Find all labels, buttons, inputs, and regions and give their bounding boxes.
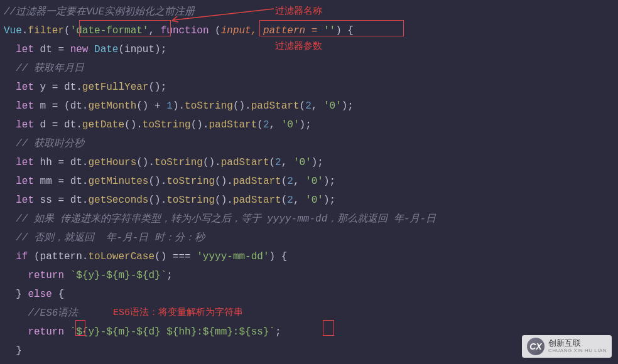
token: =	[305, 25, 323, 36]
token: 2	[275, 157, 281, 168]
token: ,	[293, 195, 305, 206]
token: ;	[275, 326, 281, 338]
token: );	[342, 100, 354, 112]
token: 'yyyy-mm-dd'	[197, 251, 269, 262]
token: toString	[166, 195, 215, 206]
token: ().	[215, 195, 233, 206]
comment: //ES6语法	[28, 308, 78, 319]
token: padStart	[209, 119, 257, 131]
token: (pattern.	[28, 251, 88, 262]
token: ) {	[269, 251, 287, 262]
token: padStart	[233, 176, 281, 187]
token: ,	[269, 119, 281, 131]
annotation-filter-name: 过滤器名称	[275, 3, 322, 21]
code-line-9: let hh = dt.getHours().toString().padSta…	[0, 153, 618, 172]
token: getSeconds	[88, 195, 148, 206]
token: }	[16, 289, 28, 300]
token: mm = dt.	[34, 176, 88, 187]
code-line-13: // 否则，就返回 年-月-日 时：分：秒	[0, 228, 618, 247]
token: getHours	[88, 157, 136, 168]
code-line-17: //ES6语法	[0, 304, 618, 323]
token: (	[257, 119, 263, 131]
code-line-15: return `${y}-${m}-${d}`;	[0, 266, 618, 285]
token: function	[161, 25, 209, 36]
token: m = (dt.	[34, 100, 88, 112]
token: getFullYear	[82, 82, 149, 93]
token: ).	[173, 100, 185, 112]
svg-line-0	[173, 9, 274, 20]
token: input	[221, 25, 251, 36]
code-line-4: // 获取年月日	[0, 59, 618, 78]
token: getMonth	[88, 100, 136, 112]
token: hh = dt.	[34, 157, 88, 168]
token: padStart	[221, 157, 269, 168]
watermark-logo-icon: CX	[527, 338, 545, 355]
token: `${y}-${m}-${d}`	[64, 270, 166, 281]
code-line-12: // 如果 传递进来的字符串类型，转为小写之后，等于 yyyy-mm-dd，那么…	[0, 210, 618, 228]
token: ().	[136, 157, 154, 168]
token: return	[28, 270, 64, 281]
token: if	[16, 251, 28, 262]
token: toString	[166, 176, 215, 187]
token: (input);	[118, 44, 166, 55]
token: ,	[312, 100, 323, 112]
token: () +	[136, 100, 166, 112]
token: {	[52, 289, 64, 300]
token: (	[281, 176, 288, 187]
token: '0'	[323, 100, 342, 112]
code-line-6: let m = (dt.getMonth() + 1).toString().p…	[0, 97, 618, 115]
token: );	[300, 119, 312, 131]
token: (	[269, 157, 276, 168]
token: ().	[124, 119, 143, 131]
token: toLowerCase	[88, 251, 154, 262]
token: (	[209, 25, 220, 36]
token: let	[16, 119, 34, 131]
token: }	[16, 345, 22, 356]
watermark: CX 创新互联 CHUANG XIN HU LIAN	[522, 335, 612, 358]
token: ().	[191, 119, 209, 131]
token: '0'	[293, 157, 312, 168]
code-line-10: let mm = dt.getMinutes().toString().padS…	[0, 172, 618, 191]
token: );	[312, 157, 323, 168]
token: dt =	[34, 44, 70, 55]
token: (	[300, 100, 306, 112]
token: '0'	[305, 195, 323, 206]
token: padStart	[233, 195, 281, 206]
token: ,	[293, 176, 305, 187]
token: Vue	[4, 25, 22, 36]
token: () ===	[154, 251, 197, 262]
code-line-7: let d = dt.getDate().toString().padStart…	[0, 115, 618, 134]
token: ,	[251, 25, 263, 36]
comment: // 获取年月日	[16, 63, 84, 74]
token: '0'	[281, 119, 300, 131]
token: ().	[215, 176, 233, 187]
token: new	[70, 44, 89, 55]
token: 2	[287, 176, 293, 187]
comment: //过滤器一定要在VUE实例初始化之前注册	[4, 6, 195, 18]
token: let	[16, 82, 34, 93]
token: (	[281, 195, 288, 206]
token: 2	[287, 195, 293, 206]
code-line-16: } else {	[0, 285, 618, 304]
watermark-en: CHUANG XIN HU LIAN	[548, 348, 607, 354]
code-line-5: let y = dt.getFullYear();	[0, 78, 618, 97]
token: d = dt.	[34, 119, 82, 131]
token: ss = dt.	[34, 195, 88, 206]
token: filter	[28, 25, 64, 36]
token: toString	[154, 157, 203, 168]
token: toString	[185, 100, 233, 112]
code-line-8: // 获取时分秒	[0, 134, 618, 153]
token: '0'	[305, 176, 323, 187]
token: ().	[148, 176, 166, 187]
code-line-14: if (pattern.toLowerCase() === 'yyyy-mm-d…	[0, 247, 618, 266]
token: 2	[305, 100, 312, 112]
token: 'date-format'	[70, 25, 149, 36]
token: Date	[88, 44, 118, 55]
token: ,	[281, 157, 293, 168]
comment: // 如果 传递进来的字符串类型，转为小写之后，等于 yyyy-mm-dd，那么…	[16, 213, 436, 225]
token: let	[16, 195, 34, 206]
token: );	[323, 195, 335, 206]
token: 2	[263, 119, 269, 131]
token: let	[16, 100, 34, 112]
token: padStart	[251, 100, 300, 112]
